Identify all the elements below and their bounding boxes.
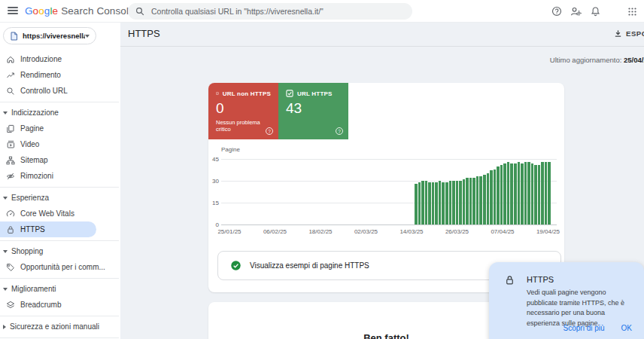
y-axis-tick: 45 xyxy=(209,156,219,163)
sidebar-section-label: Esperienza xyxy=(11,194,49,202)
bar[interactable] xyxy=(507,162,510,224)
bar[interactable] xyxy=(538,165,541,224)
menu-icon[interactable] xyxy=(8,7,18,15)
last-update: Ultimo aggiornamento: 25/04/25 xyxy=(444,56,644,64)
sidebar-section-indicizzazione[interactable]: Indicizzazione xyxy=(0,105,120,121)
bar[interactable] xyxy=(421,181,424,224)
bar[interactable] xyxy=(463,179,466,224)
sidebar-item-sitemap[interactable]: Sitemap xyxy=(0,152,120,168)
bar[interactable] xyxy=(459,181,462,224)
google-logo: Google xyxy=(25,5,58,17)
divider xyxy=(0,275,120,281)
search-icon xyxy=(135,7,144,16)
x-axis-tick: 18/02/25 xyxy=(304,228,337,235)
sidebar-section-sicurezza-e-azioni-manuali[interactable]: Sicurezza e azioni manuali xyxy=(0,319,120,334)
bar[interactable] xyxy=(425,181,428,224)
sidebar-item-label: Rimozioni xyxy=(20,172,53,180)
bar[interactable] xyxy=(449,181,452,224)
tile-value: 0 xyxy=(216,100,271,117)
last-update-date: 25/04/25 xyxy=(624,56,644,64)
sidebar-item-rimozioni[interactable]: Rimozioni xyxy=(0,168,120,184)
bar[interactable] xyxy=(527,162,530,224)
bar[interactable] xyxy=(521,163,524,224)
bar[interactable] xyxy=(531,163,534,224)
bar[interactable] xyxy=(479,176,482,224)
sidebar-item-core-web-vitals[interactable]: Core Web Vitals xyxy=(0,206,120,221)
topbar: GoogleSearch Console Controlla qualsiasi… xyxy=(0,0,644,23)
divider xyxy=(0,99,120,105)
bar[interactable] xyxy=(432,182,435,224)
help-icon[interactable]: ? xyxy=(336,127,343,135)
bar[interactable] xyxy=(439,181,442,224)
learn-more-link[interactable]: Scopri di più xyxy=(564,324,605,332)
bar[interactable] xyxy=(418,182,421,224)
app-logo[interactable]: GoogleSearch Console xyxy=(25,5,135,17)
bar[interactable] xyxy=(518,162,521,224)
sidebar-section-miglioramenti[interactable]: Miglioramenti xyxy=(0,281,120,297)
bar[interactable] xyxy=(452,181,455,224)
bar[interactable] xyxy=(503,163,506,224)
url-https-tile[interactable]: URL HTTPS 43 ? xyxy=(278,83,348,139)
page-title: HTTPS xyxy=(128,28,160,39)
sitemap-icon xyxy=(6,156,15,165)
bar[interactable] xyxy=(510,163,513,224)
sidebar-item-label: Breadcrumb xyxy=(20,301,61,309)
chevron-down-icon xyxy=(85,35,90,38)
x-axis-tick: 06/02/25 xyxy=(259,228,292,235)
bar[interactable] xyxy=(456,181,459,224)
check-circle-icon xyxy=(231,261,241,270)
bar[interactable] xyxy=(545,162,548,224)
bar[interactable] xyxy=(472,178,475,224)
x-axis-tick: 14/03/25 xyxy=(395,228,428,235)
bar[interactable] xyxy=(442,182,445,224)
sidebar-item-opportunit-per-i-comm[interactable]: Opportunità per i comm... xyxy=(0,259,120,275)
bar[interactable] xyxy=(487,173,490,224)
x-axis-tick: 02/03/25 xyxy=(350,228,383,235)
url-inspection-search-input[interactable]: Controlla qualsiasi URL in "https://vive… xyxy=(128,3,412,20)
tile-label: URL non HTTPS xyxy=(223,90,271,97)
bar[interactable] xyxy=(548,162,551,224)
bar[interactable] xyxy=(514,163,517,224)
sidebar-section-esperienza[interactable]: Esperienza xyxy=(0,190,120,206)
sidebar-section-shopping[interactable]: Shopping xyxy=(0,243,120,259)
sidebar-item-rendimento[interactable]: Rendimento xyxy=(0,67,120,83)
sidebar-item-controllo-url[interactable]: Controllo URL xyxy=(0,83,120,99)
bar[interactable] xyxy=(534,165,537,224)
bar[interactable] xyxy=(476,176,479,224)
help-icon[interactable] xyxy=(551,6,562,17)
sidebar-item-video[interactable]: Video xyxy=(0,136,120,152)
tile-note: Nessun problema critico xyxy=(216,119,269,133)
property-selector[interactable]: https://viveresnella.it/ xyxy=(3,27,96,44)
sidebar-item-label: Sitemap xyxy=(20,156,48,164)
apps-grid-icon[interactable] xyxy=(627,6,638,17)
sidebar-item-https[interactable]: HTTPS xyxy=(0,221,96,237)
bar[interactable] xyxy=(428,182,431,224)
url-non-https-tile[interactable]: URL non HTTPS 0 Nessun problema critico … xyxy=(208,83,278,139)
bar[interactable] xyxy=(415,184,418,224)
bar[interactable] xyxy=(524,162,527,224)
bar[interactable] xyxy=(490,170,493,224)
video-icon xyxy=(6,140,15,149)
bar[interactable] xyxy=(445,182,448,224)
bar[interactable] xyxy=(500,165,503,224)
manage-users-icon[interactable] xyxy=(570,6,582,17)
bar[interactable] xyxy=(497,166,500,224)
export-button[interactable]: ESPORTA xyxy=(614,29,644,38)
chevron-right-icon xyxy=(3,325,6,329)
sidebar-item-introduzione[interactable]: Introduzione xyxy=(0,51,120,67)
bar[interactable] xyxy=(494,170,497,224)
x-axis-tick: 19/04/25 xyxy=(532,228,565,235)
sidebar-item-breadcrumb[interactable]: Breadcrumb xyxy=(0,297,120,313)
sidebar-item-pagine[interactable]: Pagine xyxy=(0,121,120,136)
ok-button[interactable]: OK xyxy=(621,324,632,332)
bar[interactable] xyxy=(466,178,469,224)
bar[interactable] xyxy=(541,162,544,224)
core-web-vitals-icon xyxy=(6,209,15,218)
notifications-icon[interactable] xyxy=(590,6,601,17)
divider xyxy=(0,184,120,190)
bar[interactable] xyxy=(469,178,472,224)
bar[interactable] xyxy=(435,182,438,224)
help-icon[interactable]: ? xyxy=(266,127,273,135)
breadcrumb-icon xyxy=(6,301,15,310)
bar[interactable] xyxy=(483,175,486,224)
